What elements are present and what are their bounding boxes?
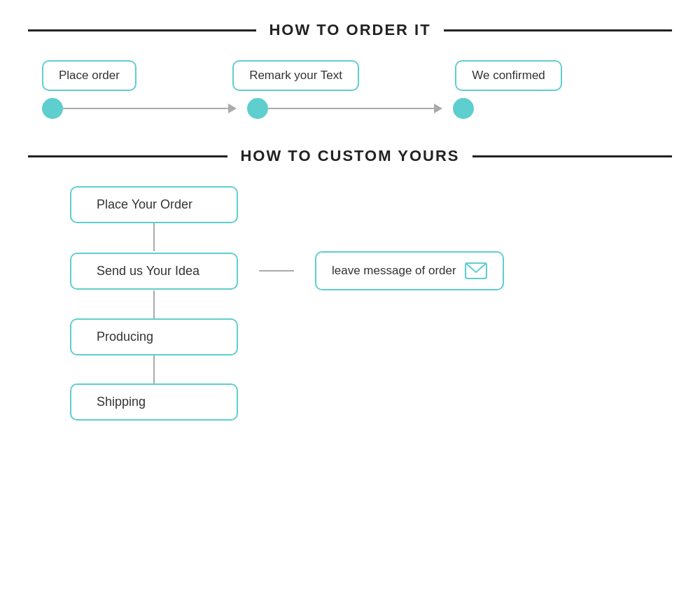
- title2-line-right: [472, 155, 672, 157]
- bubble-remark-text: Remark your Text: [232, 60, 359, 91]
- bubble-we-confirmed: We confirmed: [455, 60, 562, 91]
- title-line-left: [28, 29, 256, 31]
- side-connector: [259, 270, 294, 272]
- side-box-label: leave message of order: [332, 264, 456, 278]
- section2-title: HOW TO CUSTOM YOURS: [227, 147, 472, 165]
- title2-line-left: [28, 155, 227, 157]
- timeline-circle-2: [247, 98, 268, 119]
- mail-icon: [465, 262, 487, 279]
- connector-2-3: [153, 290, 155, 318]
- steps-bubbles-row: Place order Remark your Text We confirme…: [28, 60, 672, 91]
- section2-title-row: HOW TO CUSTOM YOURS: [28, 147, 672, 165]
- section1-title: HOW TO ORDER IT: [256, 21, 443, 39]
- section1-title-row: HOW TO ORDER IT: [28, 21, 672, 39]
- custom-step-place-order: Place Your Order: [70, 186, 238, 223]
- section2: HOW TO CUSTOM YOURS Place Your Order Sen…: [28, 147, 672, 421]
- custom-step-send-idea: Send us Your Idea: [70, 253, 238, 290]
- custom-step-send-idea-row: Send us Your Idea leave message of order: [70, 251, 504, 290]
- connector-3-4: [153, 355, 155, 383]
- order-steps: Place order Remark your Text We confirme…: [28, 60, 672, 119]
- custom-step-producing: Producing: [70, 318, 238, 355]
- steps-timeline-row: [28, 98, 672, 119]
- timeline-circle-1: [42, 98, 63, 119]
- title-line-right: [444, 29, 672, 31]
- custom-step-shipping: Shipping: [70, 383, 238, 421]
- timeline-circle-3: [453, 98, 474, 119]
- page-container: HOW TO ORDER IT Place order Remark your …: [0, 0, 700, 613]
- custom-steps-column: Place Your Order Send us Your Idea leave…: [28, 186, 672, 421]
- connector-1-2: [153, 223, 155, 251]
- bubble-place-order: Place order: [42, 60, 136, 91]
- side-box-message: leave message of order: [315, 251, 504, 290]
